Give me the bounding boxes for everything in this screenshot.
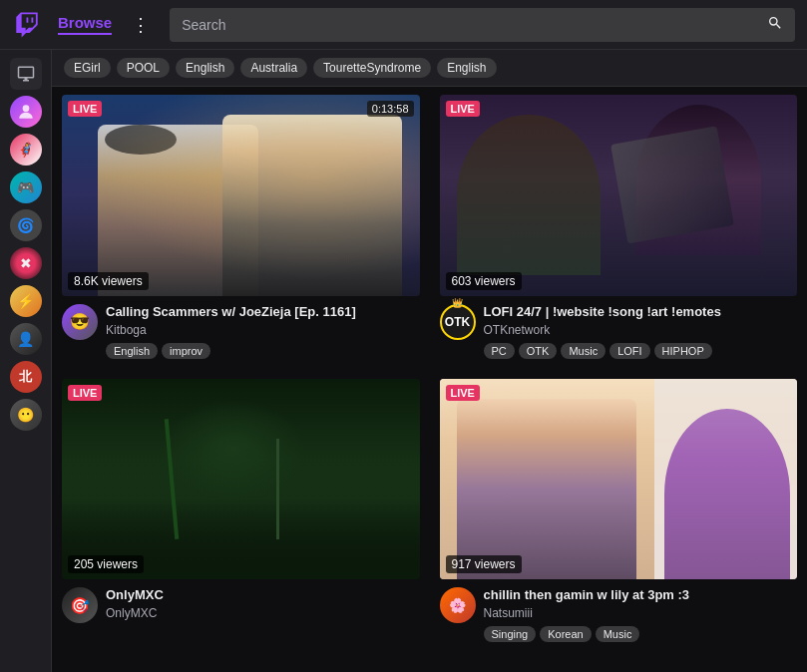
stream-card-3[interactable]: LIVE 205 viewers 🎯 OnlyMXC OnlyMXC: [52, 371, 430, 655]
stream-tags-4: Singing Korean Music: [484, 626, 798, 642]
stream-tag-music[interactable]: Music: [561, 343, 605, 359]
sidebar-item-monitor[interactable]: [10, 58, 42, 90]
stream-tag-lofi[interactable]: LOFI: [609, 343, 649, 359]
stream-tag-english[interactable]: English: [106, 343, 158, 359]
live-badge-4: LIVE: [446, 385, 480, 401]
stream-card-2[interactable]: LIVE 603 viewers OTK 👑 LOFI 24/7 | !webs…: [430, 87, 808, 371]
stream-title-1: Calling Scammers w/ JoeZieja [Ep. 1161]: [106, 304, 420, 321]
viewer-count-2: 603 viewers: [446, 272, 522, 290]
streamer-avatar-2: OTK: [440, 304, 476, 340]
sidebar-avatar-6[interactable]: ⚡: [10, 285, 42, 317]
stream-meta-1: Calling Scammers w/ JoeZieja [Ep. 1161] …: [106, 304, 420, 359]
stream-tag-korean[interactable]: Korean: [540, 626, 591, 642]
streamer-avatar-1: 😎: [62, 304, 98, 340]
streamer-avatar-wrap-3: 🎯: [62, 587, 98, 623]
stream-tag-otk[interactable]: OTK: [519, 343, 558, 359]
sidebar-avatar-5[interactable]: ✖: [10, 247, 42, 279]
sidebar-avatar-2[interactable]: 🦸‍♀️: [10, 134, 42, 166]
viewer-count-4: 917 viewers: [446, 555, 522, 573]
viewer-count-3: 205 viewers: [68, 555, 144, 573]
stream-tag-pc[interactable]: PC: [484, 343, 515, 359]
streamer-name-1: Kitboga: [106, 323, 420, 337]
sidebar-avatar-9[interactable]: 😶: [10, 399, 42, 431]
search-icon: [767, 15, 783, 31]
top-nav: Browse ⋮: [0, 0, 807, 50]
live-badge-3: LIVE: [68, 385, 102, 401]
sidebar-avatar-8[interactable]: 北: [10, 361, 42, 393]
search-bar: [170, 8, 795, 42]
stream-tags-2: PC OTK Music LOFI HIPHOP: [484, 343, 798, 359]
stream-tag-improv[interactable]: improv: [162, 343, 210, 359]
stream-title-4: chillin then gamin w lily at 3pm :3: [484, 587, 798, 604]
stream-tags-1: English improv: [106, 343, 420, 359]
live-badge-2: LIVE: [446, 101, 480, 117]
stream-meta-3: OnlyMXC OnlyMXC: [106, 587, 420, 626]
stream-info-4: 🌸 chillin then gamin w lily at 3pm :3 Na…: [440, 587, 798, 642]
stream-tag-hiphop[interactable]: HIPHOP: [654, 343, 712, 359]
search-input[interactable]: [182, 17, 759, 33]
stream-thumbnail-3: LIVE 205 viewers: [62, 379, 420, 580]
twitch-logo: [12, 10, 42, 40]
search-icon-button[interactable]: [767, 15, 783, 35]
main-layout: 🦸‍♀️ 🎮 🌀 ✖ ⚡ 👤 北 😶 EGirl POOL English Au…: [0, 50, 807, 672]
stream-info-3: 🎯 OnlyMXC OnlyMXC: [62, 587, 420, 626]
stream-title-3: OnlyMXC: [106, 587, 420, 604]
duration-1: 0:13:58: [367, 101, 414, 117]
browse-label: Browse: [58, 14, 112, 35]
stream-card-1[interactable]: LIVE 0:13:58 8.6K viewers 😎 Calling Scam…: [52, 87, 430, 371]
sidebar-avatar-1[interactable]: [10, 96, 42, 128]
tag-english-2[interactable]: English: [437, 58, 496, 78]
streamer-name-2: OTKnetwork: [484, 323, 798, 337]
streamer-name-4: Natsumiii: [484, 606, 798, 620]
sidebar-avatar-7[interactable]: 👤: [10, 323, 42, 355]
left-sidebar: 🦸‍♀️ 🎮 🌀 ✖ ⚡ 👤 北 😶: [0, 50, 52, 672]
main-content: EGirl POOL English Australia TouretteSyn…: [52, 50, 807, 672]
stream-grid: LIVE 0:13:58 8.6K viewers 😎 Calling Scam…: [52, 87, 807, 654]
tag-tourette[interactable]: TouretteSyndrome: [313, 58, 431, 78]
streamer-name-3: OnlyMXC: [106, 606, 420, 620]
stream-title-2: LOFI 24/7 | !website !song !art !emotes: [484, 304, 798, 321]
stream-meta-2: LOFI 24/7 | !website !song !art !emotes …: [484, 304, 798, 359]
streamer-avatar-wrap-1: 😎: [62, 304, 98, 340]
stream-thumbnail-2: LIVE 603 viewers: [440, 95, 798, 296]
streamer-avatar-wrap-4: 🌸: [440, 587, 476, 623]
stream-thumbnail-4: LIVE 917 viewers: [440, 379, 798, 580]
stream-card-4[interactable]: LIVE 917 viewers 🌸 chillin then gamin w …: [430, 371, 808, 655]
stream-meta-4: chillin then gamin w lily at 3pm :3 Nats…: [484, 587, 798, 642]
live-badge-1: LIVE: [68, 101, 102, 117]
stream-thumbnail-1: LIVE 0:13:58 8.6K viewers: [62, 95, 420, 296]
streamer-avatar-wrap-2: OTK 👑: [440, 304, 476, 340]
sidebar-avatar-4[interactable]: 🌀: [10, 209, 42, 241]
sidebar-avatar-3[interactable]: 🎮: [10, 171, 42, 203]
stream-tag-singing[interactable]: Singing: [484, 626, 537, 642]
streamer-avatar-4: 🌸: [440, 587, 476, 623]
tags-bar: EGirl POOL English Australia TouretteSyn…: [52, 50, 807, 87]
tag-pool[interactable]: POOL: [117, 58, 170, 78]
tag-egirl[interactable]: EGirl: [64, 58, 111, 78]
tag-australia[interactable]: Australia: [240, 58, 307, 78]
viewer-count-1: 8.6K viewers: [68, 272, 149, 290]
streamer-avatar-3: 🎯: [62, 587, 98, 623]
stream-info-1: 😎 Calling Scammers w/ JoeZieja [Ep. 1161…: [62, 304, 420, 359]
svg-point-0: [22, 105, 29, 112]
stream-tag-music2[interactable]: Music: [596, 626, 640, 642]
more-options-button[interactable]: ⋮: [128, 10, 154, 40]
stream-info-2: OTK 👑 LOFI 24/7 | !website !song !art !e…: [440, 304, 798, 359]
tag-english-1[interactable]: English: [176, 58, 234, 78]
